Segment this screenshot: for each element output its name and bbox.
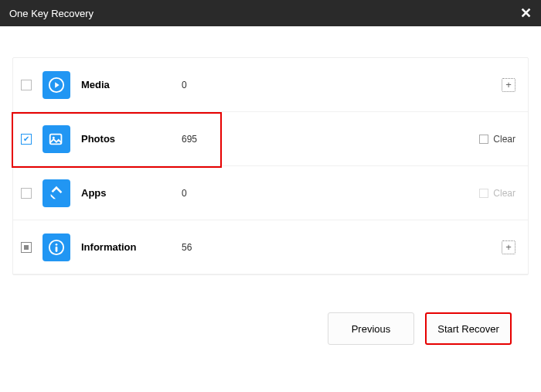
category-label: Apps xyxy=(81,187,182,199)
footer: Previous Start Recover xyxy=(12,300,529,357)
category-count: 0 xyxy=(182,80,228,90)
category-count: 0 xyxy=(182,188,228,199)
clear-button-disabled: Clear xyxy=(479,188,515,199)
category-list: Media 0 + ✔ Photos 695 Clear Apps xyxy=(12,57,529,275)
apps-icon xyxy=(43,179,70,207)
info-icon xyxy=(43,233,70,261)
category-count: 56 xyxy=(182,242,228,253)
checkbox-apps[interactable] xyxy=(21,188,32,199)
clear-button[interactable]: Clear xyxy=(479,134,515,145)
titlebar: One Key Recovery ✕ xyxy=(0,0,541,26)
checkbox-information[interactable] xyxy=(21,242,32,253)
category-row-photos[interactable]: ✔ Photos 695 Clear xyxy=(13,112,528,166)
clear-checkbox-icon xyxy=(479,189,488,198)
category-label: Photos xyxy=(81,133,182,145)
start-recover-button[interactable]: Start Recover xyxy=(425,312,512,345)
category-count: 695 xyxy=(182,134,228,145)
expand-button[interactable]: + xyxy=(502,78,515,92)
checkbox-media[interactable] xyxy=(21,80,32,90)
category-row-media[interactable]: Media 0 + xyxy=(13,58,528,112)
category-row-apps[interactable]: Apps 0 Clear xyxy=(13,166,528,220)
previous-button[interactable]: Previous xyxy=(328,312,414,345)
close-icon[interactable]: ✕ xyxy=(520,5,532,22)
play-icon xyxy=(43,71,70,99)
photo-icon xyxy=(43,125,70,153)
svg-rect-1 xyxy=(50,134,62,144)
content-area: Media 0 + ✔ Photos 695 Clear Apps xyxy=(0,26,541,370)
window-title: One Key Recovery xyxy=(9,8,94,19)
clear-checkbox-icon xyxy=(479,135,488,144)
category-label: Media xyxy=(81,79,182,90)
checkbox-photos[interactable]: ✔ xyxy=(21,134,32,145)
category-label: Information xyxy=(81,241,182,253)
category-row-information[interactable]: Information 56 + xyxy=(13,220,528,274)
expand-button[interactable]: + xyxy=(502,240,515,254)
